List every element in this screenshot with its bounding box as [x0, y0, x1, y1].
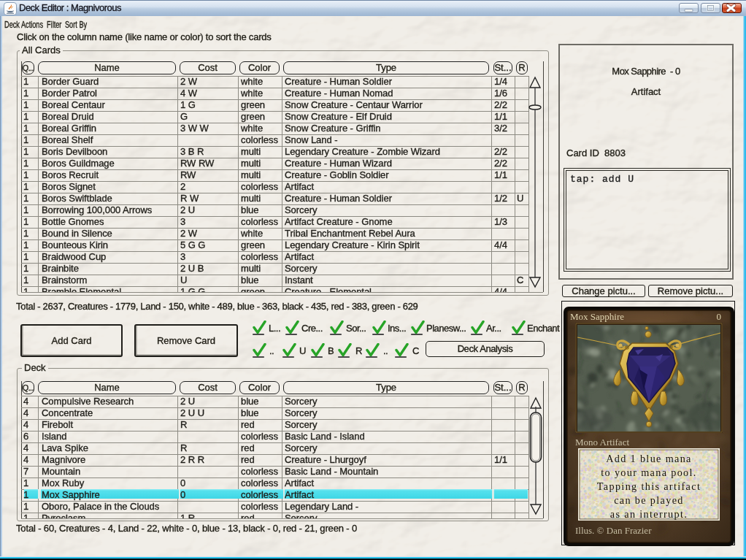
svg-text:can be played: can be played — [614, 494, 684, 506]
svg-text:as an interrupt.: as an interrupt. — [610, 508, 688, 520]
svg-text:0: 0 — [717, 311, 722, 322]
svg-text:to your mana pool.: to your mana pool. — [601, 467, 696, 478]
svg-text:Mox Sapphire: Mox Sapphire — [570, 311, 624, 322]
svg-text:Tapping this artifact: Tapping this artifact — [597, 480, 701, 492]
svg-text:Mono Artifact: Mono Artifact — [575, 437, 629, 448]
svg-text:Add 1 blue mana: Add 1 blue mana — [606, 453, 692, 464]
svg-text:Illus. © Dan Frazier: Illus. © Dan Frazier — [575, 525, 652, 536]
